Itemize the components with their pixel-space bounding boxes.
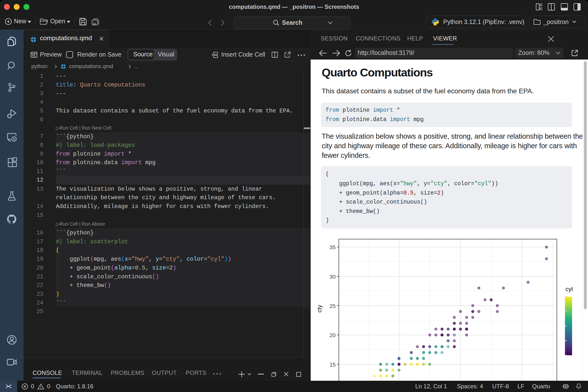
svg-text:30: 30 <box>330 274 336 280</box>
svg-text:15: 15 <box>330 362 336 368</box>
svg-text:20: 20 <box>330 332 336 338</box>
svg-text:cty: cty <box>316 305 323 312</box>
svg-text:25: 25 <box>330 303 336 309</box>
svg-text:cyl: cyl <box>566 286 573 292</box>
svg-text:35: 35 <box>330 244 336 250</box>
